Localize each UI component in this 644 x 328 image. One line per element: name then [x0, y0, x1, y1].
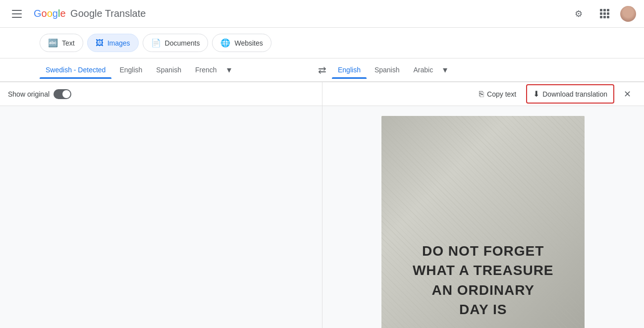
tab-images[interactable]: 🖼 Images — [87, 34, 139, 52]
tab-websites[interactable]: 🌐 Websites — [212, 34, 271, 52]
target-pane-toolbar: ⎘ Copy text ⬇ Download translation ✕ — [322, 82, 644, 106]
images-icon: 🖼 — [96, 39, 104, 48]
target-pane-actions: ⎘ Copy text ⬇ Download translation ✕ — [473, 84, 636, 104]
tab-text-label: Text — [62, 39, 75, 47]
image-overlay-text: DO NOT FORGET WHAT A TREASURE AN ORDINAR… — [398, 231, 569, 328]
toggle-knob — [62, 90, 70, 98]
copy-text-button[interactable]: ⎘ Copy text — [473, 86, 522, 103]
tab-images-label: Images — [107, 39, 130, 47]
source-lang-swedish[interactable]: Swedish - Detected — [40, 62, 111, 78]
source-pane-content — [0, 106, 322, 328]
header-right: ⚙ — [569, 4, 636, 24]
chevron-down-icon: ▾ — [443, 65, 447, 75]
tab-documents-label: Documents — [165, 39, 200, 47]
close-button[interactable]: ✕ — [618, 85, 636, 103]
target-lang-spanish[interactable]: Spanish — [369, 62, 406, 78]
websites-icon: 🌐 — [220, 38, 230, 48]
download-translation-button[interactable]: ⬇ Download translation — [526, 84, 614, 104]
logo: Google Google Translate — [34, 8, 146, 19]
tab-text[interactable]: 🔤 Text — [40, 34, 83, 52]
swap-languages-button[interactable]: ⇄ — [312, 60, 332, 80]
download-translation-label: Download translation — [542, 90, 607, 98]
header: Google Google Translate ⚙ — [0, 0, 644, 28]
copy-text-label: Copy text — [487, 90, 516, 98]
apps-button[interactable] — [594, 4, 614, 24]
target-lang-arabic[interactable]: Arabic — [408, 62, 439, 78]
hamburger-icon — [12, 8, 24, 20]
header-left: Google Google Translate — [8, 4, 146, 24]
source-pane: Show original — [0, 82, 322, 328]
close-icon: ✕ — [624, 89, 631, 100]
show-original-toggle[interactable] — [54, 89, 71, 99]
avatar-image — [620, 6, 636, 22]
apps-grid-icon — [600, 9, 609, 18]
source-lang-spanish[interactable]: Spanish — [150, 62, 187, 78]
chevron-down-icon: ▾ — [227, 65, 231, 75]
avatar[interactable] — [620, 6, 636, 22]
show-original-control: Show original — [8, 89, 71, 99]
source-lang-french[interactable]: French — [189, 62, 223, 78]
target-lang-english[interactable]: English — [332, 62, 367, 78]
download-icon: ⬇ — [533, 89, 539, 99]
settings-button[interactable]: ⚙ — [569, 4, 589, 24]
tab-websites-label: Websites — [234, 39, 263, 47]
logo-google-text: Google — [34, 8, 66, 19]
main-content: Show original ⎘ Copy text ⬇ Download tra… — [0, 82, 644, 328]
source-lang-english[interactable]: English — [113, 62, 148, 78]
copy-icon: ⎘ — [479, 90, 484, 99]
logo-product-name: Google Translate — [70, 8, 146, 19]
target-language-bar: English Spanish Arabic ▾ — [332, 60, 604, 79]
text-icon: 🔤 — [48, 38, 58, 48]
translated-image: DO NOT FORGET WHAT A TREASURE AN ORDINAR… — [381, 116, 585, 328]
target-pane-content: DO NOT FORGET WHAT A TREASURE AN ORDINAR… — [322, 106, 644, 328]
mode-tabs: 🔤 Text 🖼 Images 📄 Documents 🌐 Websites — [0, 28, 644, 58]
settings-icon: ⚙ — [575, 8, 583, 19]
menu-button[interactable] — [8, 4, 28, 24]
source-lang-more-button[interactable]: ▾ — [225, 60, 233, 79]
swap-icon: ⇄ — [318, 64, 326, 76]
source-language-bar: Swedish - Detected English Spanish Frenc… — [40, 60, 312, 79]
target-lang-more-button[interactable]: ▾ — [441, 60, 449, 79]
tab-documents[interactable]: 📄 Documents — [143, 34, 209, 52]
target-pane: ⎘ Copy text ⬇ Download translation ✕ DO … — [322, 82, 644, 328]
show-original-label: Show original — [8, 90, 50, 98]
source-pane-toolbar: Show original — [0, 82, 322, 106]
documents-icon: 📄 — [151, 38, 161, 48]
language-bar: Swedish - Detected English Spanish Frenc… — [0, 58, 644, 82]
